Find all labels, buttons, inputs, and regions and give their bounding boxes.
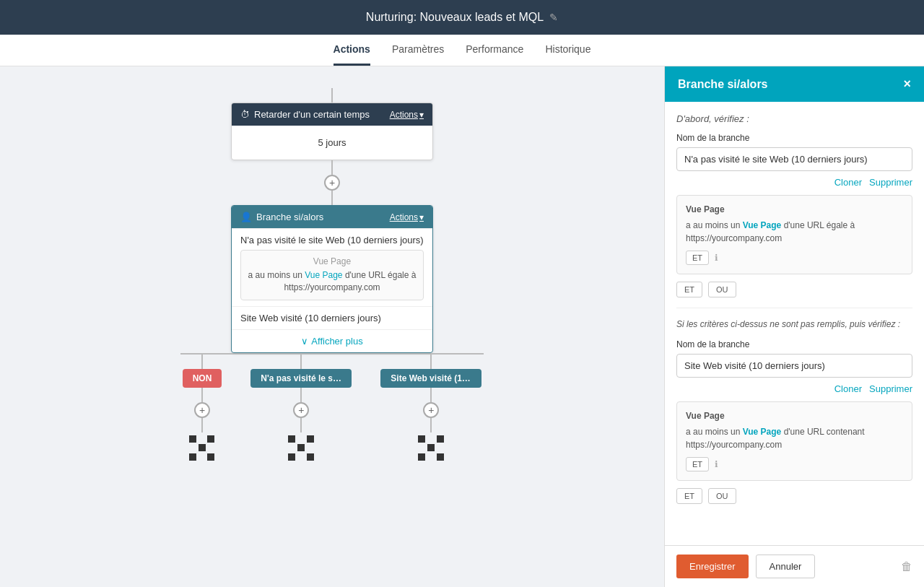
panel-body: D'abord, vérifiez : Nom de la branche Cl… xyxy=(665,102,924,545)
dropdown-icon: ▾ xyxy=(419,110,424,120)
branch-card-header: 👤 Branche si/alors Actions ▾ xyxy=(232,206,432,228)
right-panel: Branche si/alors × D'abord, vérifiez : N… xyxy=(664,66,924,587)
branch-header-left: 👤 Branche si/alors xyxy=(240,212,323,222)
branch-h-line xyxy=(180,353,484,355)
condition1-text: a au moins un Vue Page d'une URL égale à… xyxy=(686,219,903,245)
tab-parametres[interactable]: Paramètres xyxy=(392,35,444,66)
edit-title-icon[interactable]: ✎ xyxy=(549,12,558,23)
branch-item-npv: N'a pas visité le site We... + xyxy=(250,355,352,461)
branch1-clone-btn[interactable]: Cloner xyxy=(834,177,862,188)
add-step-non[interactable]: + xyxy=(194,402,210,418)
nav-tabs: Actions Paramètres Performance Historiqu… xyxy=(0,35,924,66)
condition2-et-btn[interactable]: ET xyxy=(686,457,709,471)
branch2-clone-btn[interactable]: Cloner xyxy=(834,383,862,394)
section2-label: Si les critères ci-dessus ne sont pas re… xyxy=(676,318,912,331)
bc3 xyxy=(201,418,203,432)
bc2 xyxy=(201,388,203,402)
condition-box-1: Vue Page a au moins un Vue Page d'une UR… xyxy=(676,195,912,274)
add-condition-row-1: ET OU xyxy=(676,282,912,297)
condition-box-2: Vue Page a au moins un Vue Page d'une UR… xyxy=(676,401,912,481)
branch1-label: N'a pas visité le site Web (10 derniers … xyxy=(240,235,424,245)
branch-row-container: NON + xyxy=(123,353,541,461)
branch-dropdown-icon: ▾ xyxy=(419,212,424,222)
condition2-title: Vue Page xyxy=(686,411,903,421)
section1-label: D'abord, vérifiez : xyxy=(676,113,912,124)
branch-section-1: N'a pas visité le site Web (10 derniers … xyxy=(232,228,432,306)
condition1-et-btn[interactable]: ET xyxy=(686,251,709,265)
condition2-buttons: ET ℹ xyxy=(686,457,903,471)
add-condition-row-2: ET OU xyxy=(676,488,912,504)
inner-vue-page-link[interactable]: Vue Page xyxy=(305,270,342,280)
branch-card: 👤 Branche si/alors Actions ▾ N'a pas vis… xyxy=(231,205,433,353)
panel-title: Branche si/alors xyxy=(678,78,768,91)
cancel-button[interactable]: Annuler xyxy=(756,555,816,578)
add-ou-btn-1[interactable]: OU xyxy=(708,282,736,297)
add-et-btn-2[interactable]: ET xyxy=(676,488,702,504)
tab-performance[interactable]: Performance xyxy=(466,35,523,66)
delay-card: ⏱ Retarder d'un certain temps Actions ▾ … xyxy=(231,103,433,160)
branch-connector-npv xyxy=(300,355,302,369)
condition1-title: Vue Page xyxy=(686,204,903,214)
branch2-clone-delete-row: Cloner Supprimer xyxy=(676,383,912,394)
delay-header-left: ⏱ Retarder d'un certain temps xyxy=(240,109,370,120)
inner-card-text: a au moins un Vue Page d'une URL égale à… xyxy=(247,269,417,294)
save-button[interactable]: Enregistrer xyxy=(676,555,749,578)
end-icon-non xyxy=(189,435,215,461)
branch-actions-link[interactable]: Actions ▾ xyxy=(390,212,424,222)
condition1-info-btn[interactable]: ℹ xyxy=(715,253,718,263)
branch-connector-swv xyxy=(430,355,432,369)
connector-2 xyxy=(331,160,333,175)
end-icon-npv xyxy=(288,435,314,461)
panel-footer: Enregistrer Annuler 🗑 xyxy=(665,545,924,587)
condition1-buttons: ET ℹ xyxy=(686,251,903,265)
delay-actions-link[interactable]: Actions ▾ xyxy=(390,110,424,120)
add-et-btn-1[interactable]: ET xyxy=(676,282,702,297)
footer-action-buttons: Enregistrer Annuler xyxy=(676,555,815,578)
afficher-plus-btn[interactable]: ∨ Afficher plus xyxy=(232,329,432,352)
branch-item-swv: Site Web visité (10 der... + xyxy=(380,355,481,461)
branch-items-row: NON + xyxy=(183,355,482,461)
branch2-field-label: Nom de la branche xyxy=(676,339,912,349)
branch-inner-card: Vue Page a au moins un Vue Page d'une UR… xyxy=(240,250,424,300)
branch-connector-non xyxy=(201,355,203,369)
connector-top xyxy=(331,88,333,103)
branch2-delete-btn[interactable]: Supprimer xyxy=(869,383,912,394)
branch-item-non: NON + xyxy=(183,355,222,461)
condition2-info-btn[interactable]: ℹ xyxy=(715,459,718,469)
tab-historique[interactable]: Historique xyxy=(545,35,590,66)
condition1-link[interactable]: Vue Page xyxy=(743,220,782,230)
end-icon-swv xyxy=(418,435,444,461)
connector-3 xyxy=(331,191,333,205)
add-step-btn-1[interactable]: + xyxy=(324,175,340,191)
branch-node-swv[interactable]: Site Web visité (10 der... xyxy=(380,369,481,388)
panel-delete-icon[interactable]: 🗑 xyxy=(901,560,912,573)
branch1-name-input[interactable] xyxy=(676,147,912,171)
branch1-clone-delete-row: Cloner Supprimer xyxy=(676,177,912,188)
header-title-text: Nurturing: Nouveaux leads et MQL xyxy=(366,11,544,24)
main-layout: ⏱ Retarder d'un certain temps Actions ▾ … xyxy=(0,66,924,587)
panel-header: Branche si/alors × xyxy=(665,66,924,102)
delay-card-title: Retarder d'un certain temps xyxy=(254,109,370,120)
divider-1 xyxy=(676,308,912,308)
add-step-npv[interactable]: + xyxy=(293,402,309,418)
workflow-canvas: ⏱ Retarder d'un certain temps Actions ▾ … xyxy=(0,66,664,587)
header-title: Nurturing: Nouveaux leads et MQL ✎ xyxy=(366,11,558,24)
branch1-field-label: Nom de la branche xyxy=(676,133,912,143)
add-ou-btn-2[interactable]: OU xyxy=(708,488,736,504)
branch2-name-input[interactable] xyxy=(676,354,912,378)
delay-card-header: ⏱ Retarder d'un certain temps Actions ▾ xyxy=(232,103,432,126)
branch-node-npv[interactable]: N'a pas visité le site We... xyxy=(250,369,352,388)
page-header: Nurturing: Nouveaux leads et MQL ✎ xyxy=(0,0,924,35)
workflow: ⏱ Retarder d'un certain temps Actions ▾ … xyxy=(14,81,650,586)
branch2-label: Site Web visité (10 derniers jours) xyxy=(232,306,432,329)
branch-node-non[interactable]: NON xyxy=(183,369,222,388)
panel-close-btn[interactable]: × xyxy=(903,77,911,92)
branch-icon: 👤 xyxy=(240,212,252,222)
delay-icon: ⏱ xyxy=(240,109,250,120)
inner-vue-page-title: Vue Page xyxy=(247,256,417,266)
branch1-delete-btn[interactable]: Supprimer xyxy=(869,177,912,188)
tab-actions[interactable]: Actions xyxy=(334,35,370,66)
condition2-link[interactable]: Vue Page xyxy=(743,427,782,437)
delay-card-body: 5 jours xyxy=(232,126,432,160)
add-step-swv[interactable]: + xyxy=(423,402,439,418)
